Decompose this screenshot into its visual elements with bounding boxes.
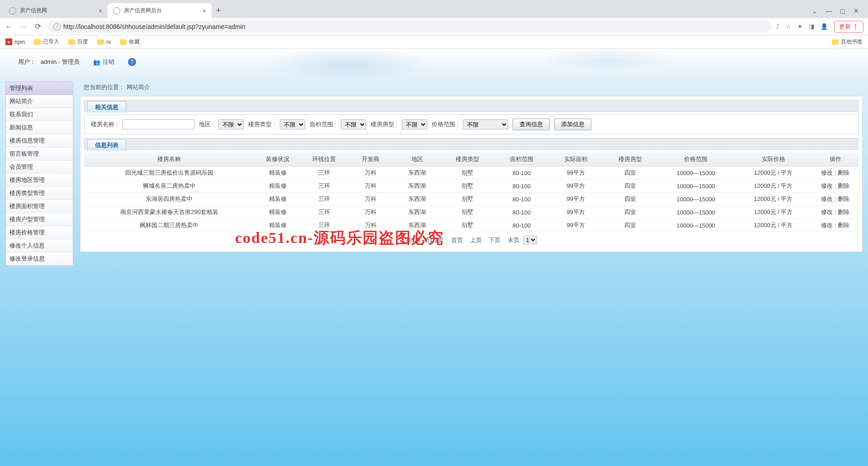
other-bookmarks[interactable]: 其他书签: [832, 38, 863, 46]
sidebar-item[interactable]: 新闻信息: [6, 121, 73, 134]
house-type-select[interactable]: 不限: [402, 119, 427, 129]
filter-section-header: 相关信息: [84, 100, 859, 112]
area-select[interactable]: 不限: [341, 119, 366, 129]
user-logout-icon: 👥: [93, 59, 100, 66]
close-window-icon[interactable]: ✕: [854, 7, 859, 14]
column-header: 操作: [812, 152, 859, 166]
new-tab-button[interactable]: +: [212, 3, 226, 18]
table-row: 阳光城三期三房低价出售源码乐园精装修三环万科东西湖别墅80-10099平方四室1…: [84, 166, 859, 180]
page-header: 用户： admin - 管理员 👥 注销 ?: [0, 49, 868, 76]
reload-icon[interactable]: ⟳: [33, 22, 42, 31]
house-type-label: 楼房房型 :: [371, 120, 397, 128]
delete-link[interactable]: 删除: [838, 195, 849, 202]
sidebar-item[interactable]: 楼房类型管理: [6, 187, 73, 200]
query-button[interactable]: 查询信息: [513, 119, 550, 130]
type-select[interactable]: 不限: [280, 119, 305, 129]
browser-tab-strip: 房产信息网 × 房产信息网后台 × + ⌄ ― ◻ ✕: [0, 0, 868, 18]
extensions-icon[interactable]: ✦: [797, 23, 802, 30]
add-button[interactable]: 添加信息: [554, 119, 591, 130]
edit-link[interactable]: 修改: [821, 169, 833, 176]
bookmark-imported[interactable]: 已导入: [34, 38, 59, 46]
close-icon[interactable]: ×: [99, 7, 102, 14]
bookmark-npm[interactable]: nnpm: [5, 38, 25, 45]
edit-link[interactable]: 修改: [821, 222, 833, 228]
chevron-down-icon[interactable]: ⌄: [812, 7, 817, 14]
filter-section-title: 相关信息: [87, 101, 126, 113]
bookmarks-bar: nnpm 已导入 百度 rx 收藏 其他书签: [0, 35, 868, 49]
delete-link[interactable]: 删除: [838, 182, 849, 189]
edit-link[interactable]: 修改: [821, 209, 833, 215]
globe-icon: [9, 7, 16, 14]
bookmark-baidu[interactable]: 百度: [68, 38, 88, 46]
sidebar-item[interactable]: 修改个人信息: [6, 239, 73, 252]
profile-icon[interactable]: 👤: [821, 23, 828, 30]
breadcrumb: 您当前的位置： 网站简介: [80, 81, 863, 96]
region-select[interactable]: 不限: [218, 119, 244, 129]
page-prev[interactable]: 上页: [470, 237, 482, 243]
sidebar-item[interactable]: 会员管理: [6, 161, 73, 174]
minimize-icon[interactable]: ―: [826, 7, 832, 14]
forward-icon[interactable]: →: [19, 22, 28, 31]
tab-title: 房产信息网后台: [124, 7, 162, 14]
folder-icon: [120, 39, 127, 45]
bookmark-rx[interactable]: rx: [97, 39, 111, 45]
delete-link[interactable]: 删除: [838, 169, 849, 176]
list-section-header: 信息列表: [84, 138, 859, 150]
sidebar-item[interactable]: 楼房地区管理: [6, 174, 73, 187]
price-select[interactable]: 不限: [463, 119, 508, 129]
sidebar-item[interactable]: 楼房面积管理: [6, 200, 73, 213]
folder-icon: [34, 39, 41, 45]
back-icon[interactable]: ←: [5, 22, 14, 31]
bookmark-fav[interactable]: 收藏: [120, 38, 140, 46]
globe-icon: [113, 7, 120, 14]
name-input[interactable]: [122, 119, 194, 129]
url-input[interactable]: i http://localhost:8086/shhouse/admin/de…: [48, 21, 771, 33]
sidebar-item[interactable]: 留言板管理: [6, 147, 73, 161]
window-controls: ⌄ ― ◻ ✕: [807, 7, 864, 18]
page-last[interactable]: 末页: [508, 237, 519, 243]
sidebar-item[interactable]: 楼房价格管理: [6, 226, 73, 239]
list-section-title: 信息列表: [87, 139, 126, 151]
column-header: 面积范围: [495, 152, 549, 166]
folder-icon: [97, 39, 104, 45]
delete-link[interactable]: 删除: [838, 222, 849, 228]
side-panel-icon[interactable]: ◨: [809, 23, 814, 30]
column-header: 环线位置: [301, 152, 348, 166]
edit-link[interactable]: 修改: [821, 195, 833, 202]
delete-link[interactable]: 删除: [838, 209, 849, 215]
browser-tab-active[interactable]: 房产信息网后台 ×: [108, 3, 212, 18]
edit-link[interactable]: 修改: [821, 182, 833, 189]
address-bar: ← → ⟳ i http://localhost:8086/shhouse/ad…: [0, 18, 868, 35]
maximize-icon[interactable]: ◻: [840, 7, 845, 14]
table-row: 狮城名居二房热卖中精装修三环万科东西湖别墅80-10099平方四室10000—1…: [84, 180, 859, 193]
column-header: 实际价格: [735, 152, 812, 166]
price-label: 价格范围 :: [432, 120, 458, 128]
sidebar-item[interactable]: 联系我们: [6, 108, 73, 121]
sidebar-item[interactable]: 楼房信息管理: [6, 134, 73, 147]
tab-title: 房产信息网: [20, 7, 47, 14]
user-label: 用户： admin - 管理员: [18, 58, 80, 66]
page-first[interactable]: 首页: [451, 237, 463, 243]
logout-link[interactable]: 👥 注销: [93, 58, 114, 66]
browser-tab[interactable]: 房产信息网 ×: [4, 3, 108, 18]
page-next[interactable]: 下页: [489, 237, 500, 243]
column-header: 楼房名称: [84, 152, 255, 166]
star-icon[interactable]: ☆: [786, 23, 791, 30]
table-row: 枫林园二期三房热卖中精装修三环万科东西湖别墅80-10099平方四室10000—…: [84, 219, 859, 232]
sidebar: 管理列表 网站简介联系我们新闻信息楼房信息管理留言板管理会员管理楼房地区管理楼房…: [5, 81, 73, 266]
close-icon[interactable]: ×: [203, 7, 206, 14]
update-button[interactable]: 更新 ⋮: [834, 21, 863, 33]
help-icon[interactable]: ?: [128, 58, 136, 66]
sidebar-item[interactable]: 网站简介: [6, 95, 73, 108]
folder-icon: [68, 39, 75, 45]
column-header: 价格范围: [657, 152, 735, 166]
data-table: 楼房名称装修状况环线位置开发商地区楼房类型面积范围实际面积楼房房型价格范围实际价…: [84, 152, 859, 232]
sidebar-header: 管理列表: [6, 82, 73, 95]
share-icon[interactable]: ⤴: [776, 23, 779, 30]
table-row: 东湖居四房热卖中精装修三环万科东西湖别墅80-10099平方四室10000—15…: [84, 193, 859, 206]
sidebar-item[interactable]: 楼房户型管理: [6, 213, 73, 226]
info-icon[interactable]: i: [53, 23, 61, 30]
page-select[interactable]: 1: [524, 236, 537, 244]
region-label: 地区 :: [199, 120, 214, 128]
sidebar-item[interactable]: 修改登录信息: [6, 252, 73, 266]
